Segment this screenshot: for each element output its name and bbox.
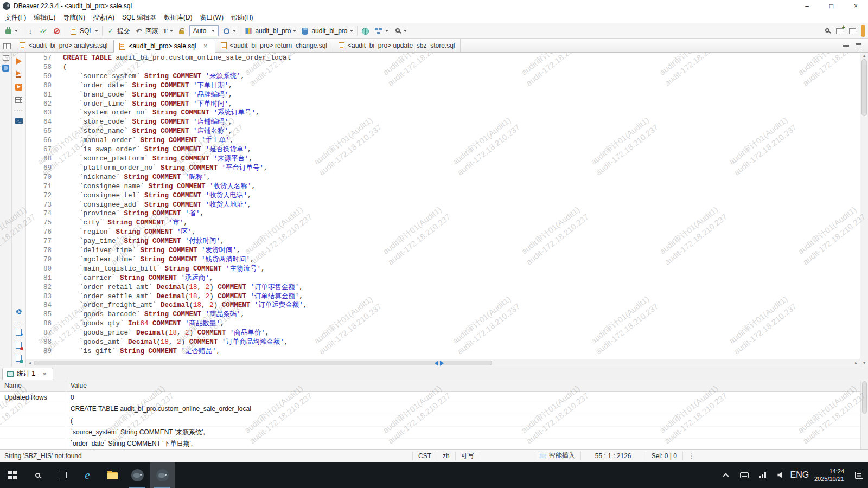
reject-button[interactable] [50, 25, 63, 37]
tab-statistics[interactable]: 统计 1 × [2, 368, 53, 380]
close-tab-icon[interactable]: × [202, 42, 209, 50]
code-line-61[interactable]: `brand_code` String COMMENT '品牌编码', [63, 91, 860, 100]
editor-tab-3[interactable]: <audit_bi_pro> update_sbz_store.sql [333, 39, 461, 52]
code-line-59[interactable]: `source_system` String COMMENT '来源系统', [63, 72, 860, 81]
status-language[interactable]: zh [437, 452, 455, 460]
split-markers-icon[interactable] [435, 361, 444, 366]
code-line-72[interactable]: `consignee_tel` String COMMENT '收货人电话', [63, 191, 860, 201]
commit-button[interactable]: ✓ 提交 [104, 25, 132, 37]
menu-help[interactable]: 帮助(H) [227, 12, 257, 23]
column-header-value[interactable]: Value [66, 380, 868, 391]
panel-scrollbar[interactable] [860, 380, 868, 449]
hscroll-thumb[interactable] [34, 361, 492, 365]
code-line-58[interactable]: ( [63, 63, 860, 72]
code-line-66[interactable]: `manual_order` String COMMENT '手工单', [63, 136, 860, 145]
active-perspective-bar[interactable] [861, 25, 865, 37]
editor-tab-1[interactable]: <audit_bi_pro> sale.sql× [113, 40, 215, 53]
horizontal-scrollbar[interactable]: ◂ ▸ [26, 359, 860, 367]
code-line-86[interactable]: `goods_qty` Int64 COMMENT '商品数量', [63, 319, 860, 329]
menu-search[interactable]: 搜索(A) [89, 12, 118, 23]
menu-sql-editor[interactable]: SQL 编辑器 [118, 12, 160, 23]
status-timezone[interactable]: CST [412, 452, 437, 460]
search-menu-button[interactable] [391, 25, 409, 37]
connection-selector[interactable]: audit_bi_pro [242, 25, 298, 37]
layout-button[interactable] [846, 25, 859, 37]
action-center-button[interactable] [850, 462, 868, 488]
code-line-78[interactable]: `deliver_time` String COMMENT '发货时间', [63, 246, 860, 255]
execute-new-tab-button[interactable] [14, 70, 24, 78]
new-connection-button[interactable] [2, 25, 20, 37]
code-line-76[interactable]: `region` String COMMENT '区', [63, 228, 860, 237]
status-caret-position[interactable]: 55 : 1 : 2126 [580, 452, 646, 460]
network-profile-button[interactable] [372, 25, 391, 37]
editor-tab-2[interactable]: <audit_bi_pro> return_change.sql [215, 39, 333, 52]
rollback-button[interactable]: ↶ 回滚 [132, 25, 161, 37]
vscroll-track[interactable] [860, 59, 868, 360]
code-line-77[interactable]: `pay_time` String COMMENT '付款时间', [63, 237, 860, 246]
column-header-name[interactable]: Name [0, 380, 66, 391]
menu-window[interactable]: 窗口(W) [196, 12, 227, 23]
quick-search-button[interactable] [820, 25, 833, 37]
scroll-up-icon[interactable]: ▴ [863, 53, 865, 59]
stats-row-3[interactable]: `source_system` String COMMENT '来源系统', [0, 427, 868, 439]
stats-row-4[interactable]: `order_date` String COMMENT '下单日期', [0, 439, 868, 450]
code-line-80[interactable]: `main_logistic_bill` String COMMENT '主物流… [63, 265, 860, 274]
code-line-64[interactable]: `store_code` String COMMENT '店铺编码', [63, 118, 860, 127]
dbeaver-taskbar-button[interactable] [125, 462, 150, 488]
menu-edit[interactable]: 编辑(E) [30, 12, 59, 23]
file-explorer-button[interactable] [100, 462, 125, 488]
stats-row-1[interactable]: CREATE TABLE audit_bi_pro.custom_online_… [0, 403, 868, 415]
code-line-71[interactable]: `consignee_name` String COMMENT '收货人名称', [63, 182, 860, 191]
status-insert-mode[interactable]: 智能插入 [534, 452, 580, 460]
code-line-68[interactable]: `source_platform` String COMMENT '来源平台', [63, 155, 860, 164]
close-button[interactable]: × [844, 0, 868, 12]
refresh-timer-button[interactable] [220, 25, 238, 37]
code-line-75[interactable]: `city` String COMMENT '市', [63, 219, 860, 228]
scroll-right-icon[interactable]: ▸ [852, 359, 860, 367]
auto-commit-combo[interactable]: Auto [189, 25, 219, 36]
editor-list-icon[interactable] [3, 43, 11, 49]
taskbar-search-button[interactable] [25, 462, 50, 488]
dbeaver-taskbar-button-active[interactable] [150, 462, 175, 488]
menu-database[interactable]: 数据库(D) [160, 12, 196, 23]
open-perspective-button[interactable] [833, 25, 846, 37]
database-navigator-icon[interactable] [2, 65, 9, 72]
transaction-mode-button[interactable]: T [161, 25, 175, 37]
status-selection[interactable]: Sel: 0 | 0 [646, 452, 682, 460]
document-export-button[interactable] [14, 354, 24, 362]
code-line-88[interactable]: `goods_amt` Decimal(18, 2) COMMENT '订单商品… [63, 338, 860, 347]
code-line-60[interactable]: `order_date` String COMMENT '下单日期', [63, 81, 860, 91]
code-line-70[interactable]: `nickname` String COMMENT '昵称', [63, 173, 860, 182]
status-write-mode[interactable]: 可写 [455, 452, 480, 460]
start-button[interactable] [0, 462, 25, 488]
maximize-button[interactable]: □ [819, 0, 844, 12]
scroll-left-icon[interactable]: ◂ [26, 359, 34, 367]
sql-editor-menu-button[interactable]: SQL [67, 25, 100, 37]
execute-script-button[interactable] [14, 83, 24, 91]
database-selector[interactable]: audit_bi_pro [298, 25, 355, 37]
code-line-87[interactable]: `goods_price` Decimal(18, 2) COMMENT '商品… [63, 329, 860, 338]
minimize-editor-icon[interactable] [843, 45, 849, 47]
network-tray-button[interactable] [754, 462, 772, 488]
code-line-83[interactable]: `order_settle_amt` Decimal(18, 2) COMMEN… [63, 292, 860, 301]
code-line-84[interactable]: `order_freight_amt` Decimal(18, 2) COMME… [63, 301, 860, 310]
hscroll-track[interactable] [34, 359, 852, 367]
code-line-65[interactable]: `store_name` String COMMENT '店铺名称', [63, 127, 860, 136]
code-line-82[interactable]: `order_retail_amt` Decimal(18, 2) COMMEN… [63, 283, 860, 292]
code-line-57[interactable]: CREATE TABLE audit_bi_pro.custom_online_… [63, 54, 860, 63]
open-console-button[interactable]: >_ [14, 117, 24, 125]
sql-editor[interactable]: 5758596061626364656667686970717273747576… [26, 53, 860, 359]
close-tab-icon[interactable]: × [41, 370, 48, 378]
settings-button[interactable] [14, 307, 24, 316]
code-line-89[interactable]: `is_gift` String COMMENT '是否赠品', [63, 347, 860, 356]
accept-all-button[interactable]: ✓✓ [37, 25, 50, 37]
code-line-62[interactable]: `order_time` String COMMENT '下单时间', [63, 100, 860, 109]
minimize-button[interactable]: – [795, 0, 819, 12]
code-line-69[interactable]: `platform_order_no` String COMMENT '平台订单… [63, 164, 860, 173]
scroll-down-icon[interactable]: ▾ [863, 360, 865, 367]
code-area[interactable]: CREATE TABLE audit_bi_pro.custom_online_… [56, 53, 860, 359]
code-line-63[interactable]: `system_order_no` String COMMENT '系统订单号'… [63, 108, 860, 118]
code-line-67[interactable]: `is_swap_order` String COMMENT '是否换货单', [63, 145, 860, 155]
explain-plan-button[interactable] [14, 96, 24, 104]
lock-button[interactable] [175, 25, 188, 37]
